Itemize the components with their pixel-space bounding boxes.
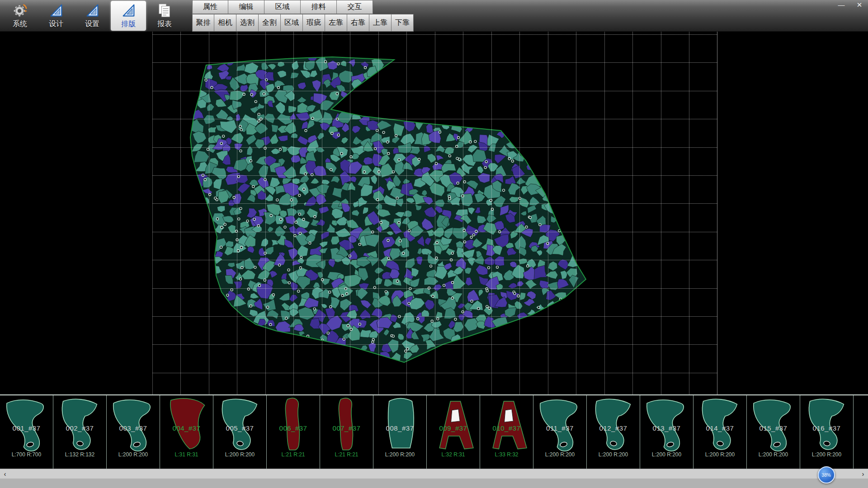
tool-align-top-button[interactable]: 上靠 [369, 14, 392, 32]
part-name: 004_#37 [160, 424, 213, 432]
part-counts: L:700 R:700 [0, 451, 53, 458]
nav-label: 系统 [13, 19, 27, 29]
part-name: 008_#37 [373, 424, 426, 432]
menu-tab-row: 属性编辑区域排料交互 [192, 0, 373, 14]
nav-design-button[interactable]: 设计 [38, 1, 74, 31]
part-name: 015_#37 [747, 424, 800, 432]
part-counts: L:32 R:31 [427, 451, 480, 458]
tool-button-row: 聚排相机选割全割区域瑕疵左靠右靠上靠下靠 [192, 14, 414, 32]
tool-select-cut-button[interactable]: 选割 [236, 14, 259, 32]
menu-tab-edit[interactable]: 编辑 [228, 0, 264, 14]
horizontal-scrollbar[interactable]: ‹ › [0, 469, 868, 479]
tool-align-right-button[interactable]: 右靠 [347, 14, 369, 32]
setsquare-icon [48, 3, 64, 18]
part-thumbnail[interactable]: 012_#37L:200 R:200 [587, 395, 640, 469]
tool-cluster-nest-button[interactable]: 聚排 [192, 14, 214, 32]
part-counts: L:200 R:200 [373, 451, 426, 458]
part-thumbnail[interactable]: 003_#37L:200 R:200 [107, 395, 160, 469]
close-button[interactable]: ✕ [854, 1, 864, 9]
parts-strip: 001_#37L:700 R:700002_#37L:132 R:132003_… [0, 394, 868, 469]
nesting-canvas[interactable] [0, 32, 868, 394]
scroll-right-arrow[interactable]: › [858, 469, 868, 479]
part-thumbnail[interactable]: 004_#37L:31 R:31 [160, 395, 213, 469]
part-name: 013_#37 [640, 424, 693, 432]
part-thumbnail[interactable]: 005_#37L:200 R:200 [213, 395, 267, 469]
tool-region-button[interactable]: 区域 [281, 14, 303, 32]
part-thumbnail[interactable]: 006_#37L:21 R:21 [267, 395, 320, 469]
part-thumbnail[interactable]: 013_#37L:200 R:200 [640, 395, 693, 469]
application-window: 系统设计设置排版报表 属性编辑区域排料交互 聚排相机选割全割区域瑕疵左靠右靠上靠… [0, 0, 868, 488]
nav-system-button[interactable]: 系统 [2, 1, 38, 31]
tool-defect-button[interactable]: 瑕疵 [303, 14, 325, 32]
menu-tab-region[interactable]: 区域 [264, 0, 301, 14]
part-name: 001_#37 [0, 424, 53, 432]
part-name: 011_#37 [533, 424, 586, 432]
part-counts: L:21 R:21 [267, 451, 320, 458]
part-thumbnail[interactable]: 015_#37L:200 R:200 [747, 395, 800, 469]
part-name: 002_#37 [53, 424, 106, 432]
part-counts: L:200 R:200 [640, 451, 693, 458]
top-toolbar: 系统设计设置排版报表 属性编辑区域排料交互 聚排相机选割全割区域瑕疵左靠右靠上靠… [0, 0, 868, 32]
tool-camera-button[interactable]: 相机 [214, 14, 236, 32]
part-counts: L:21 R:21 [320, 451, 373, 458]
tool-align-bottom-button[interactable]: 下靠 [392, 14, 414, 32]
part-counts: L:200 R:200 [107, 451, 160, 458]
minimize-button[interactable]: — [836, 1, 846, 9]
part-thumbnail[interactable]: 011_#37L:200 R:200 [533, 395, 587, 469]
part-counts: L:200 R:200 [693, 451, 746, 458]
part-thumbnail[interactable]: 009_#37L:32 R:31 [427, 395, 480, 469]
part-counts: L:31 R:31 [160, 451, 213, 458]
part-thumbnail[interactable]: 010_#37L:33 R:32 [480, 395, 533, 469]
progress-indicator: 38% [818, 466, 835, 483]
part-counts: L:200 R:200 [587, 451, 640, 458]
part-counts: L:33 R:32 [480, 451, 533, 458]
part-counts: L:200 R:200 [533, 451, 586, 458]
part-thumbnail[interactable]: 008_#37L:200 R:200 [373, 395, 427, 469]
leather-hide[interactable] [0, 32, 868, 394]
part-counts: L:200 R:200 [747, 451, 800, 458]
setsquare-icon [121, 3, 136, 18]
nav-settings-button[interactable]: 设置 [75, 1, 110, 31]
menu-tab-nesting[interactable]: 排料 [301, 0, 337, 14]
part-thumbnail[interactable]: 007_#37L:21 R:21 [320, 395, 373, 469]
main-nav: 系统设计设置排版报表 [2, 0, 183, 32]
gear-icon [12, 3, 28, 18]
part-thumbnail[interactable]: 001_#37L:700 R:700 [0, 395, 53, 469]
scroll-left-arrow[interactable]: ‹ [0, 469, 10, 479]
tool-cut-all-button[interactable]: 全割 [259, 14, 281, 32]
part-counts: L:132 R:132 [53, 451, 106, 458]
part-thumbnail[interactable]: 014_#37L:200 R:200 [693, 395, 747, 469]
part-counts: L:200 R:200 [800, 451, 853, 458]
part-name: 016_#37 [800, 424, 853, 432]
nav-label: 报表 [157, 19, 172, 29]
part-name: 005_#37 [213, 424, 266, 432]
nav-label: 排版 [121, 19, 136, 29]
nav-label: 设计 [49, 19, 63, 29]
tool-align-left-button[interactable]: 左靠 [325, 14, 347, 32]
menu-tab-properties[interactable]: 属性 [192, 0, 228, 14]
menu-tab-interactive[interactable]: 交互 [337, 0, 373, 14]
part-name: 014_#37 [693, 424, 746, 432]
part-name: 007_#37 [320, 424, 373, 432]
window-controls: — ✕ [836, 1, 864, 9]
setsquare-icon [85, 3, 100, 18]
part-thumbnail[interactable]: 016_#37L:200 R:200 [800, 395, 854, 469]
part-name: 006_#37 [267, 424, 320, 432]
part-name: 009_#37 [427, 424, 480, 432]
nav-report-button[interactable]: 报表 [147, 1, 182, 31]
part-name: 012_#37 [587, 424, 640, 432]
part-counts: L:200 R:200 [213, 451, 266, 458]
part-name: 010_#37 [480, 424, 533, 432]
report-icon [157, 3, 172, 18]
nav-layout-button[interactable]: 排版 [111, 1, 146, 31]
part-thumbnail[interactable]: 002_#37L:132 R:132 [53, 395, 107, 469]
part-name: 003_#37 [107, 424, 160, 432]
window-footer [0, 479, 868, 488]
nav-label: 设置 [85, 19, 99, 29]
